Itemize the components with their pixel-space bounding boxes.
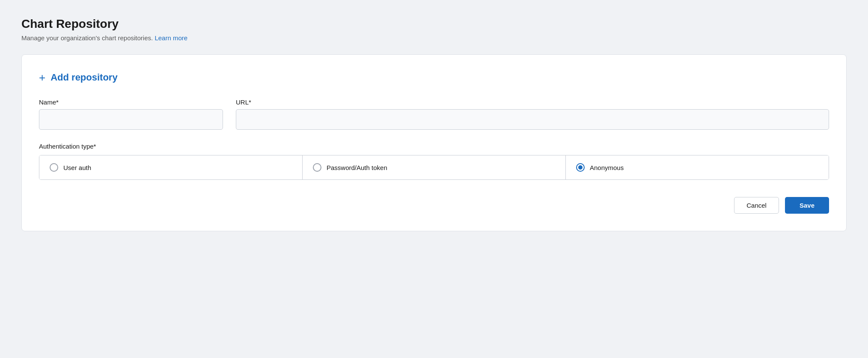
- cancel-button[interactable]: Cancel: [734, 197, 779, 214]
- name-input[interactable]: [39, 109, 223, 130]
- auth-option-password[interactable]: Password/Auth token: [302, 155, 565, 179]
- page-header: Chart Repository Manage your organizatio…: [21, 17, 847, 42]
- auth-section: Authentication type* User auth Password/…: [39, 143, 829, 180]
- form-actions: Cancel Save: [39, 197, 829, 214]
- card-header: + Add repository: [39, 72, 829, 83]
- add-repository-card: + Add repository Name* URL* Authenticati…: [21, 54, 847, 231]
- auth-option-user-auth-label: User auth: [63, 164, 91, 171]
- url-label: URL*: [236, 98, 829, 106]
- auth-option-anonymous[interactable]: Anonymous: [565, 155, 829, 179]
- radio-anonymous: [576, 163, 585, 172]
- name-field-group: Name*: [39, 98, 223, 130]
- card-title: Add repository: [51, 72, 117, 83]
- subtitle-text: Manage your organization's chart reposit…: [21, 34, 153, 42]
- auth-option-user-auth[interactable]: User auth: [39, 155, 302, 179]
- auth-option-anonymous-label: Anonymous: [590, 164, 624, 171]
- url-field-group: URL*: [236, 98, 829, 130]
- page-subtitle: Manage your organization's chart reposit…: [21, 34, 847, 42]
- url-input[interactable]: [236, 109, 829, 130]
- save-button[interactable]: Save: [785, 197, 829, 214]
- page-title: Chart Repository: [21, 17, 847, 31]
- radio-anonymous-inner: [578, 165, 583, 170]
- radio-password: [313, 163, 321, 172]
- name-label: Name*: [39, 98, 223, 106]
- auth-label: Authentication type*: [39, 143, 829, 150]
- auth-options-group: User auth Password/Auth token Anonymous: [39, 155, 829, 180]
- learn-more-link[interactable]: Learn more: [155, 34, 187, 42]
- add-icon: +: [39, 72, 45, 83]
- auth-option-password-label: Password/Auth token: [327, 164, 387, 171]
- name-url-row: Name* URL*: [39, 98, 829, 130]
- radio-user-auth: [50, 163, 58, 172]
